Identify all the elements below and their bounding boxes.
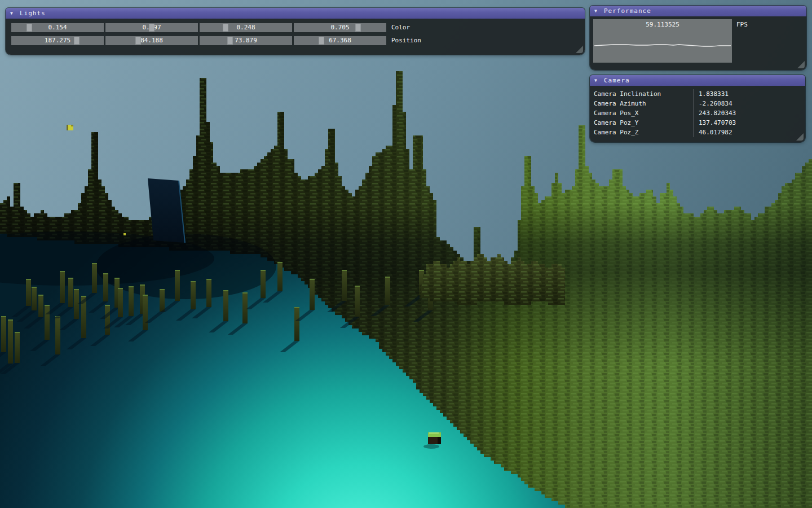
- camera-variable-label: Camera Azimuth: [590, 99, 694, 108]
- pillar: [38, 295, 43, 317]
- slider-handle[interactable]: [74, 37, 80, 45]
- slider-position[interactable]: 187.275: [11, 36, 104, 45]
- color-slider-row: 0.1540.4970.2480.705Color: [11, 23, 410, 32]
- slider-value: 0.154: [11, 23, 104, 32]
- slider-color[interactable]: 0.497: [105, 23, 198, 32]
- dark-portal-block: [148, 178, 185, 243]
- camera-variable-list: Camera Inclination1.838331Camera Azimuth…: [590, 89, 805, 137]
- pillar: [129, 286, 134, 316]
- lights-panel-header[interactable]: ▼ Lights: [6, 8, 585, 19]
- slider-position[interactable]: 84.188: [105, 36, 198, 45]
- camera-variable-label: Camera Pos_X: [590, 108, 694, 118]
- pillar: [355, 286, 360, 317]
- pillar: [105, 305, 110, 335]
- resize-grip[interactable]: [576, 46, 583, 53]
- camera-variable-label: Camera Inclination: [590, 89, 694, 99]
- pillar: [55, 316, 60, 354]
- slider-handle[interactable]: [27, 24, 32, 32]
- camera-variable-label: Camera Poz_Y: [590, 118, 694, 128]
- pillar: [68, 278, 73, 307]
- pillar: [242, 292, 248, 323]
- performance-panel: ▼ Performance 59.113525 FPS: [590, 6, 806, 70]
- camera-variable-row: Camera Poz_Z46.017982: [590, 128, 805, 137]
- performance-panel-title: Performance: [604, 6, 651, 16]
- pillar: [310, 279, 315, 310]
- fps-unit-label: FPS: [736, 21, 748, 28]
- slider-value: 84.188: [105, 36, 198, 45]
- collapse-triangle-icon[interactable]: ▼: [594, 75, 597, 86]
- slider-position[interactable]: 67.368: [294, 36, 386, 45]
- camera-variable-value: 1.838331: [694, 89, 805, 99]
- fps-value: 59.113525: [593, 21, 732, 28]
- pillar: [191, 281, 196, 309]
- slider-position[interactable]: 73.879: [200, 36, 292, 45]
- pillar: [60, 271, 65, 303]
- pillar: [8, 319, 13, 364]
- pillar: [1, 316, 6, 352]
- yellow-light-dot: [123, 233, 126, 235]
- pillar: [385, 277, 390, 305]
- collapse-triangle-icon[interactable]: ▼: [10, 8, 13, 19]
- pillar: [223, 290, 228, 321]
- slider-handle[interactable]: [223, 24, 228, 32]
- pillar: [32, 287, 37, 310]
- fps-graph: 59.113525: [593, 19, 732, 63]
- slider-row-label: Color: [391, 23, 410, 32]
- slider-handle[interactable]: [135, 37, 141, 45]
- camera-variable-value: 243.820343: [694, 108, 805, 118]
- pillar: [15, 332, 20, 363]
- pillar: [45, 305, 50, 340]
- slider-value: 73.879: [200, 36, 292, 45]
- slider-row-label: Position: [391, 36, 421, 45]
- collapse-triangle-icon[interactable]: ▼: [594, 6, 597, 16]
- slider-value: 0.705: [294, 23, 386, 32]
- slider-value: 0.248: [200, 23, 292, 32]
- lights-panel-title: Lights: [20, 8, 46, 19]
- app-window: ▼ Lights 0.1540.4970.2480.705Color 187.2…: [0, 0, 812, 508]
- camera-panel: ▼ Camera Camera Inclination1.838331Camer…: [590, 75, 805, 142]
- camera-variable-label: Camera Poz_Z: [590, 128, 694, 137]
- resize-grip[interactable]: [796, 133, 804, 141]
- slider-color[interactable]: 0.154: [11, 23, 104, 32]
- pillar: [26, 279, 31, 306]
- pillar: [118, 288, 123, 317]
- camera-variable-value: -2.260834: [694, 99, 805, 108]
- slider-value: 67.368: [294, 36, 386, 45]
- pillar: [277, 262, 283, 291]
- pillar: [92, 263, 97, 293]
- pillar: [342, 270, 347, 301]
- pillar: [143, 295, 148, 330]
- lights-panel: ▼ Lights 0.1540.4970.2480.705Color 187.2…: [6, 8, 585, 55]
- slider-color[interactable]: 0.248: [200, 23, 292, 32]
- pillar: [160, 289, 165, 312]
- performance-panel-header[interactable]: ▼ Performance: [590, 6, 806, 16]
- camera-panel-title: Camera: [604, 75, 630, 86]
- slider-handle[interactable]: [319, 37, 324, 45]
- slider-color[interactable]: 0.705: [294, 23, 386, 32]
- slider-handle[interactable]: [227, 37, 233, 45]
- camera-variable-value: 46.017982: [694, 128, 805, 137]
- pillar: [103, 273, 108, 301]
- pillar: [261, 270, 266, 298]
- camera-variable-row: Camera Pos_X243.820343: [590, 108, 805, 118]
- slider-value: 187.275: [11, 36, 104, 45]
- slider-handle[interactable]: [149, 24, 155, 32]
- camera-panel-header[interactable]: ▼ Camera: [590, 75, 805, 86]
- camera-variable-row: Camera Inclination1.838331: [590, 89, 805, 99]
- slider-handle[interactable]: [355, 24, 361, 32]
- resize-grip[interactable]: [797, 61, 805, 68]
- pillar: [294, 307, 299, 341]
- pillar: [175, 270, 180, 301]
- position-slider-row: 187.27584.18873.87967.368Position: [11, 36, 421, 45]
- pillar: [206, 279, 211, 307]
- camera-variable-value: 137.470703: [694, 118, 805, 128]
- camera-variable-row: Camera Poz_Y137.470703: [590, 118, 805, 128]
- camera-variable-row: Camera Azimuth-2.260834: [590, 99, 805, 108]
